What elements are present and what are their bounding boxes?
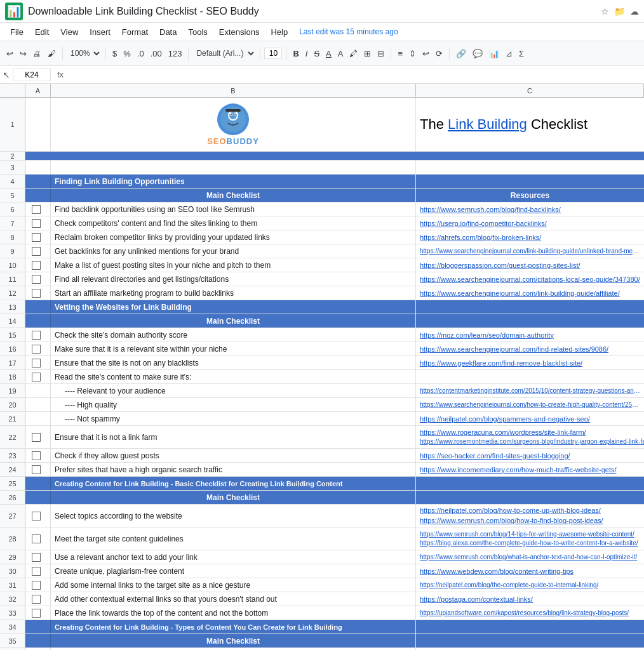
resource-link[interactable]: https://www.geekflare.com/find-remove-bl…	[420, 359, 582, 367]
checkbox-icon[interactable]	[32, 553, 41, 562]
resource-link[interactable]: https://upiandsoftware.com/kapost/resour…	[420, 609, 629, 616]
percent-button[interactable]: %	[121, 48, 133, 60]
align-button[interactable]: ≡	[395, 48, 405, 60]
italic-button[interactable]: I	[303, 48, 311, 60]
checkbox-icon[interactable]	[32, 534, 41, 543]
valign-button[interactable]: ⇕	[406, 48, 419, 60]
menu-tools[interactable]: Tools	[183, 26, 212, 38]
checkbox-icon[interactable]	[32, 567, 41, 576]
menu-file[interactable]: File	[5, 26, 29, 38]
menu-view[interactable]: View	[55, 26, 83, 38]
resource-link[interactable]: https://userp.io/find-competitor-backlin…	[420, 220, 547, 227]
sep1	[62, 47, 63, 60]
table-row: 16 Make sure that it is a relevant site …	[0, 342, 644, 356]
resource-link[interactable]: https://www.searchenginejournal.com/cita…	[420, 275, 640, 283]
underline-button[interactable]: A	[323, 48, 334, 60]
cloud-icon[interactable]: ☁	[630, 6, 639, 17]
checkbox-icon[interactable]	[32, 595, 41, 604]
checkbox-icon[interactable]	[32, 289, 41, 298]
drive-icon[interactable]: 📁	[614, 6, 625, 17]
wrap-button[interactable]: ↩	[420, 48, 432, 60]
resource-link[interactable]: https://neilpatel.com/blog/the-complete-…	[420, 581, 598, 588]
filter-button[interactable]: ⊿	[503, 48, 515, 60]
checkbox-icon[interactable]	[32, 345, 41, 354]
highlight-button[interactable]: 🖍	[347, 48, 360, 60]
col-header-a[interactable]: A	[25, 84, 51, 97]
checkbox-icon[interactable]	[32, 275, 41, 284]
resource-link[interactable]: https://www.semrush.com/blog/how-to-find…	[420, 516, 603, 526]
row-num: 23	[0, 449, 25, 462]
resource-link[interactable]: https://moz.com/learn/seo/domain-authori…	[420, 331, 554, 339]
resource-link[interactable]: https://bloggerspassion.com/guest-postin…	[420, 262, 580, 269]
merge-button[interactable]: ⊟	[375, 48, 387, 60]
menu-extensions[interactable]: Extensions	[214, 26, 265, 38]
print-button[interactable]: 🖨	[30, 48, 44, 60]
resource-link[interactable]: https://seo-hacker.com/find-sites-guest-…	[420, 452, 570, 460]
checkbox-icon[interactable]	[32, 359, 41, 368]
resource-link[interactable]: https://www.rosemontmedia.com/surgeons-b…	[420, 437, 644, 446]
redo-button[interactable]: ↪	[17, 48, 29, 60]
resource-link[interactable]: https://www.searchenginejournal.com/how-…	[420, 401, 640, 408]
checkbox-icon[interactable]	[32, 261, 41, 270]
resource-link[interactable]: https://neilpatel.com/blog/how-to-come-u…	[420, 506, 603, 515]
checkbox-icon[interactable]	[32, 373, 41, 381]
checkbox-icon[interactable]	[32, 331, 41, 340]
resource-link[interactable]: https://postaga.com/contextual-links/	[420, 595, 533, 603]
function-button[interactable]: Σ	[516, 48, 527, 60]
chart-button[interactable]: 📊	[486, 48, 502, 60]
link-button[interactable]: 🔗	[453, 48, 469, 60]
decimal-less-button[interactable]: .00	[148, 48, 164, 60]
comment-button[interactable]: 💬	[470, 48, 485, 60]
formula-input[interactable]	[70, 69, 641, 81]
bold-button[interactable]: B	[290, 48, 301, 60]
font-select[interactable]: Default (Ari...)	[192, 47, 256, 60]
menu-format[interactable]: Format	[117, 26, 153, 38]
resource-link[interactable]: https://www.webdew.com/blog/content-writ…	[420, 567, 574, 575]
resource-link[interactable]: https://www.searchenginejournal.com/link…	[420, 248, 640, 255]
font-size-input[interactable]	[264, 48, 282, 59]
resource-link[interactable]: https://contentmarketinginstitute.com/20…	[420, 387, 640, 394]
resource-link[interactable]: https://blog.alexa.com/the-complete-guid…	[420, 539, 638, 548]
checkbox-icon[interactable]	[32, 247, 41, 256]
checkbox-icon[interactable]	[32, 433, 41, 442]
strikethrough-button[interactable]: S	[311, 48, 322, 60]
text-color-button[interactable]: A	[335, 48, 346, 60]
checkbox-icon[interactable]	[32, 581, 41, 590]
checkbox-icon[interactable]	[32, 451, 41, 460]
cell-ref-input[interactable]: K24	[13, 69, 51, 81]
borders-button[interactable]: ⊞	[361, 48, 373, 60]
undo-button[interactable]: ↩	[4, 48, 16, 60]
resource-link[interactable]: https://ahrefs.com/blog/fix-broken-links…	[420, 234, 541, 241]
col-header-c[interactable]: C	[416, 84, 644, 97]
star-icon[interactable]: ☆	[601, 6, 609, 17]
resource-link[interactable]: https://www.searchenginejournal.com/link…	[420, 289, 620, 297]
checkbox-icon[interactable]	[32, 233, 41, 242]
paint-format-button[interactable]: 🖌	[45, 48, 58, 60]
decimal-more-button[interactable]: .0	[135, 48, 147, 60]
resource-link[interactable]: https://neilpatel.com/blog/spammers-and-…	[420, 415, 590, 423]
cell-b: ---- Not spammy	[51, 412, 416, 425]
checkbox-icon[interactable]	[32, 219, 41, 228]
menu-insert[interactable]: Insert	[84, 26, 116, 38]
checkbox-icon[interactable]	[32, 465, 41, 474]
resource-link[interactable]: https://www.semrush.com/blog/14-tips-for…	[420, 530, 638, 539]
resource-link[interactable]: https://www.semrush.com/blog/find-backli…	[420, 206, 561, 213]
resource-link[interactable]: https://www.rogeracuna.com/wordpress/sit…	[420, 428, 644, 437]
menu-data[interactable]: Data	[154, 26, 182, 38]
menu-help[interactable]: Help	[265, 26, 293, 38]
menu-edit[interactable]: Edit	[30, 26, 54, 38]
currency-button[interactable]: $	[110, 48, 119, 60]
zoom-select[interactable]: 100%	[67, 47, 102, 60]
checkbox-icon[interactable]	[32, 512, 41, 521]
resource-link[interactable]: https://www.incomemediary.com/how-much-t…	[420, 466, 617, 474]
format-123-button[interactable]: 123	[166, 48, 185, 60]
multi-link: https://neilpatel.com/blog/how-to-come-u…	[420, 506, 603, 526]
resource-link[interactable]: https://www.searchenginejournal.com/find…	[420, 345, 608, 353]
cell-b: Main Checklist	[51, 314, 416, 328]
row-num: 26	[0, 491, 25, 504]
checkbox-icon[interactable]	[32, 205, 41, 214]
rotate-button[interactable]: ⟳	[433, 48, 445, 60]
resource-link[interactable]: https://www.semrush.com/blog/what-is-anc…	[420, 554, 637, 560]
col-header-b[interactable]: B	[51, 84, 416, 97]
checkbox-icon[interactable]	[32, 609, 41, 618]
